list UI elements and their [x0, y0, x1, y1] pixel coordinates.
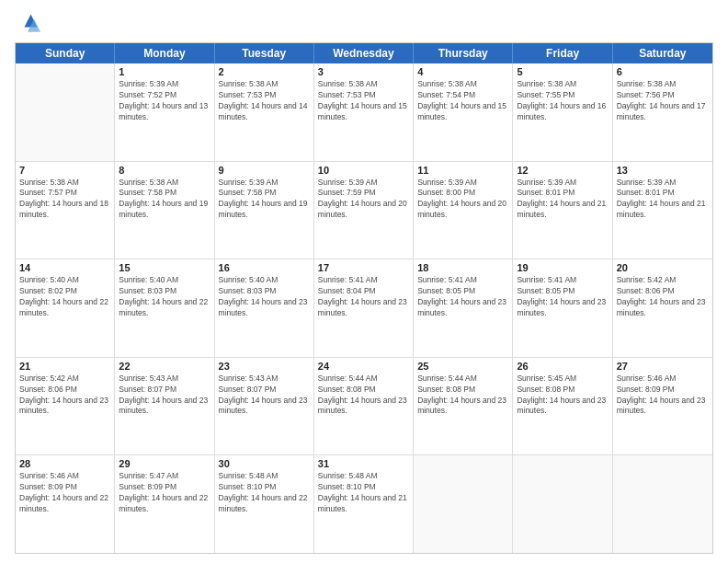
day-number: 6 — [617, 66, 709, 77]
day-number: 14 — [19, 262, 110, 273]
weekday-header: Wednesday — [314, 43, 414, 63]
calendar-cell: 30Sunrise: 5:48 AMSunset: 8:10 PMDayligh… — [215, 455, 314, 553]
calendar-cell: 11Sunrise: 5:39 AMSunset: 8:00 PMDayligh… — [414, 162, 513, 259]
cell-info: Sunrise: 5:46 AMSunset: 8:09 PMDaylight:… — [617, 373, 709, 418]
day-number: 16 — [219, 262, 310, 273]
day-number: 10 — [318, 165, 409, 176]
cell-info: Sunrise: 5:41 AMSunset: 8:05 PMDaylight:… — [417, 275, 508, 319]
cell-info: Sunrise: 5:38 AMSunset: 7:57 PMDaylight:… — [19, 178, 110, 222]
day-number: 30 — [219, 458, 310, 469]
calendar-cell: 27Sunrise: 5:46 AMSunset: 8:09 PMDayligh… — [613, 358, 712, 455]
cell-info: Sunrise: 5:41 AMSunset: 8:04 PMDaylight:… — [318, 275, 409, 319]
calendar-cell: 31Sunrise: 5:48 AMSunset: 8:10 PMDayligh… — [314, 455, 414, 553]
cell-info: Sunrise: 5:40 AMSunset: 8:03 PMDaylight:… — [119, 275, 210, 319]
cell-info: Sunrise: 5:40 AMSunset: 8:02 PMDaylight:… — [19, 275, 110, 319]
day-number: 7 — [19, 165, 110, 176]
day-number: 13 — [617, 165, 709, 176]
calendar-cell: 29Sunrise: 5:47 AMSunset: 8:09 PMDayligh… — [115, 455, 214, 553]
day-number: 31 — [318, 458, 409, 469]
cell-info: Sunrise: 5:47 AMSunset: 8:09 PMDaylight:… — [119, 471, 210, 515]
calendar-row: 21Sunrise: 5:42 AMSunset: 8:06 PMDayligh… — [16, 358, 712, 456]
calendar-cell: 28Sunrise: 5:46 AMSunset: 8:09 PMDayligh… — [16, 455, 115, 553]
day-number: 11 — [417, 165, 508, 176]
day-number: 19 — [517, 262, 608, 273]
cell-info: Sunrise: 5:38 AMSunset: 7:54 PMDaylight:… — [417, 79, 508, 123]
cell-info: Sunrise: 5:42 AMSunset: 8:06 PMDaylight:… — [617, 275, 709, 319]
calendar-cell: 1Sunrise: 5:39 AMSunset: 7:52 PMDaylight… — [115, 63, 214, 161]
cell-info: Sunrise: 5:42 AMSunset: 8:06 PMDaylight:… — [19, 373, 110, 418]
cell-info: Sunrise: 5:39 AMSunset: 7:58 PMDaylight:… — [219, 178, 310, 222]
cell-info: Sunrise: 5:46 AMSunset: 8:09 PMDaylight:… — [19, 471, 110, 515]
cell-info: Sunrise: 5:39 AMSunset: 7:59 PMDaylight:… — [318, 178, 409, 222]
calendar: SundayMondayTuesdayWednesdayThursdayFrid… — [15, 42, 713, 554]
calendar-cell: 10Sunrise: 5:39 AMSunset: 7:59 PMDayligh… — [314, 162, 414, 259]
cell-info: Sunrise: 5:48 AMSunset: 8:10 PMDaylight:… — [318, 471, 409, 515]
calendar-cell — [513, 455, 612, 553]
calendar-cell — [613, 455, 712, 553]
calendar-cell: 19Sunrise: 5:41 AMSunset: 8:05 PMDayligh… — [513, 259, 612, 357]
cell-info: Sunrise: 5:43 AMSunset: 8:07 PMDaylight:… — [119, 373, 210, 418]
calendar-cell: 13Sunrise: 5:39 AMSunset: 8:01 PMDayligh… — [613, 162, 712, 259]
day-number: 5 — [517, 66, 608, 77]
calendar-cell: 22Sunrise: 5:43 AMSunset: 8:07 PMDayligh… — [115, 358, 214, 455]
calendar-cell: 24Sunrise: 5:44 AMSunset: 8:08 PMDayligh… — [314, 358, 414, 455]
calendar-cell: 4Sunrise: 5:38 AMSunset: 7:54 PMDaylight… — [414, 63, 513, 161]
calendar-cell: 23Sunrise: 5:43 AMSunset: 8:07 PMDayligh… — [215, 358, 314, 455]
calendar-cell: 3Sunrise: 5:38 AMSunset: 7:53 PMDaylight… — [314, 63, 414, 161]
calendar-cell: 15Sunrise: 5:40 AMSunset: 8:03 PMDayligh… — [115, 259, 214, 357]
weekday-header: Monday — [115, 43, 214, 63]
calendar-cell: 14Sunrise: 5:40 AMSunset: 8:02 PMDayligh… — [16, 259, 115, 357]
cell-info: Sunrise: 5:38 AMSunset: 7:53 PMDaylight:… — [219, 79, 310, 123]
calendar-row: 1Sunrise: 5:39 AMSunset: 7:52 PMDaylight… — [16, 63, 712, 162]
logo-icon — [15, 11, 40, 37]
calendar-row: 7Sunrise: 5:38 AMSunset: 7:57 PMDaylight… — [16, 162, 712, 260]
day-number: 24 — [318, 361, 409, 372]
weekday-header: Tuesday — [215, 43, 314, 63]
cell-info: Sunrise: 5:48 AMSunset: 8:10 PMDaylight:… — [219, 471, 310, 515]
day-number: 21 — [19, 361, 110, 372]
cell-info: Sunrise: 5:39 AMSunset: 7:52 PMDaylight:… — [119, 79, 210, 123]
logo — [15, 11, 44, 37]
day-number: 20 — [617, 262, 709, 273]
calendar-row: 14Sunrise: 5:40 AMSunset: 8:02 PMDayligh… — [16, 259, 712, 358]
cell-info: Sunrise: 5:39 AMSunset: 8:01 PMDaylight:… — [517, 178, 608, 222]
day-number: 12 — [517, 165, 608, 176]
cell-info: Sunrise: 5:41 AMSunset: 8:05 PMDaylight:… — [517, 275, 608, 319]
calendar-cell: 20Sunrise: 5:42 AMSunset: 8:06 PMDayligh… — [613, 259, 712, 357]
day-number: 27 — [617, 361, 709, 372]
day-number: 26 — [517, 361, 608, 372]
calendar-body: 1Sunrise: 5:39 AMSunset: 7:52 PMDaylight… — [16, 63, 712, 553]
cell-info: Sunrise: 5:44 AMSunset: 8:08 PMDaylight:… — [318, 373, 409, 418]
cell-info: Sunrise: 5:43 AMSunset: 8:07 PMDaylight:… — [219, 373, 310, 418]
cell-info: Sunrise: 5:45 AMSunset: 8:08 PMDaylight:… — [517, 373, 608, 418]
cell-info: Sunrise: 5:39 AMSunset: 8:00 PMDaylight:… — [417, 178, 508, 222]
calendar-cell — [16, 63, 115, 161]
day-number: 4 — [417, 66, 508, 77]
day-number: 2 — [219, 66, 310, 77]
cell-info: Sunrise: 5:38 AMSunset: 7:58 PMDaylight:… — [119, 178, 210, 222]
cell-info: Sunrise: 5:38 AMSunset: 7:56 PMDaylight:… — [617, 79, 709, 123]
day-number: 9 — [219, 165, 310, 176]
day-number: 3 — [318, 66, 409, 77]
calendar-cell — [414, 455, 513, 553]
calendar-cell: 9Sunrise: 5:39 AMSunset: 7:58 PMDaylight… — [215, 162, 314, 259]
calendar-cell: 7Sunrise: 5:38 AMSunset: 7:57 PMDaylight… — [16, 162, 115, 259]
day-number: 22 — [119, 361, 210, 372]
day-number: 28 — [19, 458, 110, 469]
day-number: 15 — [119, 262, 210, 273]
calendar-header: SundayMondayTuesdayWednesdayThursdayFrid… — [16, 43, 712, 63]
calendar-cell: 21Sunrise: 5:42 AMSunset: 8:06 PMDayligh… — [16, 358, 115, 455]
day-number: 23 — [219, 361, 310, 372]
calendar-cell: 16Sunrise: 5:40 AMSunset: 8:03 PMDayligh… — [215, 259, 314, 357]
calendar-cell: 6Sunrise: 5:38 AMSunset: 7:56 PMDaylight… — [613, 63, 712, 161]
cell-info: Sunrise: 5:44 AMSunset: 8:08 PMDaylight:… — [417, 373, 508, 418]
day-number: 1 — [119, 66, 210, 77]
cell-info: Sunrise: 5:38 AMSunset: 7:53 PMDaylight:… — [318, 79, 409, 123]
cell-info: Sunrise: 5:39 AMSunset: 8:01 PMDaylight:… — [617, 178, 709, 222]
day-number: 29 — [119, 458, 210, 469]
calendar-cell: 8Sunrise: 5:38 AMSunset: 7:58 PMDaylight… — [115, 162, 214, 259]
day-number: 17 — [318, 262, 409, 273]
calendar-cell: 25Sunrise: 5:44 AMSunset: 8:08 PMDayligh… — [414, 358, 513, 455]
day-number: 8 — [119, 165, 210, 176]
calendar-cell: 2Sunrise: 5:38 AMSunset: 7:53 PMDaylight… — [215, 63, 314, 161]
